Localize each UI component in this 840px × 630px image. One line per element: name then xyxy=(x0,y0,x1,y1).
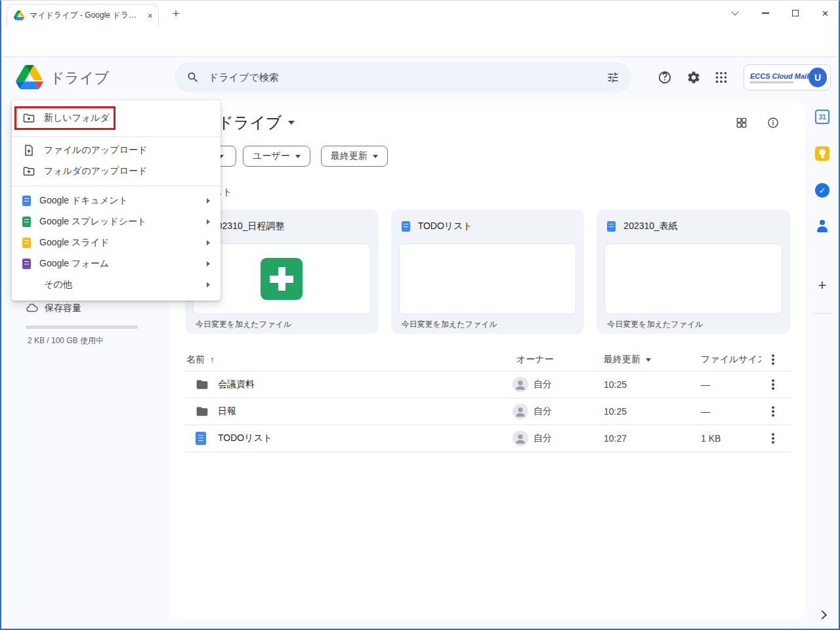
menu-item-google-sheets[interactable]: Google スプレッドシート xyxy=(12,211,220,232)
menu-item-google-docs[interactable]: Google ドキュメント xyxy=(12,190,220,211)
menu-item-label: その他 xyxy=(44,279,198,291)
docs-icon xyxy=(22,196,31,206)
menu-item-new-folder[interactable]: 新しいフォルダ xyxy=(12,104,220,133)
sheets-logo-icon xyxy=(261,258,303,300)
chevron-down-icon xyxy=(295,155,301,158)
table-row[interactable]: 会議資料 自分 10:25 — xyxy=(185,371,791,398)
file-modified: 10:25 xyxy=(604,398,627,425)
search-options-icon[interactable] xyxy=(606,71,620,84)
side-panel-divider xyxy=(813,313,831,314)
column-header-name[interactable]: 名前 ↑ xyxy=(186,348,215,371)
account-avatar[interactable]: U xyxy=(808,68,827,87)
tasks-icon[interactable]: ✓ xyxy=(814,182,830,198)
file-owner: 自分 xyxy=(513,425,552,452)
card-preview xyxy=(399,243,577,314)
details-info-icon[interactable] xyxy=(765,115,781,131)
files-table-header: 名前 ↑ オーナー 最終更新 ファイルサイズ xyxy=(185,348,791,371)
file-name: 日報 xyxy=(218,398,236,425)
menu-item-file-upload[interactable]: ファイルのアップロード xyxy=(12,140,220,161)
browser-toolbar: drive.google.com/drive/my-drive U xyxy=(1,27,839,57)
row-options-icon[interactable] xyxy=(765,371,781,398)
row-options-icon[interactable] xyxy=(765,425,781,452)
window-close-button[interactable]: × xyxy=(810,1,840,26)
submenu-arrow-icon xyxy=(207,261,210,266)
filter-chip-modified[interactable]: 最終更新 xyxy=(321,146,388,167)
sheets-icon xyxy=(22,217,31,227)
forms-icon xyxy=(22,259,31,269)
window-minimize-button[interactable] xyxy=(750,1,780,26)
menu-item-folder-upload[interactable]: フォルダのアップロード xyxy=(12,161,220,182)
filter-chip-people[interactable]: ユーザー xyxy=(243,146,310,167)
search-placeholder: ドライブで検索 xyxy=(209,72,606,84)
docs-icon xyxy=(607,221,616,232)
sort-ascending-icon: ↑ xyxy=(210,354,215,365)
suggested-card[interactable]: TODOリスト 今日変更を加えたファイル xyxy=(391,209,585,334)
drive-app: ドライブ ドライブで検索 ECCS Cloud Mail U xyxy=(1,57,840,629)
drive-logo-icon xyxy=(16,65,43,89)
storage-usage-text: 2 KB / 100 GB 使用中 xyxy=(28,335,104,346)
apps-grid-icon[interactable] xyxy=(713,70,729,85)
filter-chip-people-label: ユーザー xyxy=(253,150,290,162)
file-modified: 10:27 xyxy=(604,425,627,452)
submenu-arrow-icon xyxy=(207,240,210,245)
folder-upload-icon xyxy=(22,165,35,178)
column-header-owner[interactable]: オーナー xyxy=(516,348,554,371)
column-header-modified[interactable]: 最終更新 xyxy=(604,348,651,371)
suggested-card[interactable]: 202310_表紙 今日変更を加えたファイル xyxy=(597,209,790,334)
submenu-arrow-icon xyxy=(207,219,210,224)
chevron-down-icon xyxy=(373,155,378,158)
menu-item-label: Google スライド xyxy=(39,237,198,249)
account-badge-subtext xyxy=(750,81,793,83)
slides-icon xyxy=(22,238,31,248)
submenu-arrow-icon xyxy=(207,282,210,287)
menu-item-more[interactable]: その他 xyxy=(12,274,220,295)
owner-avatar-icon xyxy=(513,430,528,446)
table-row[interactable]: 日報 自分 10:25 — xyxy=(185,398,791,425)
menu-item-google-forms[interactable]: Google フォーム xyxy=(12,253,220,274)
search-icon xyxy=(186,71,200,84)
table-options-icon[interactable] xyxy=(765,348,781,371)
file-upload-icon xyxy=(22,144,35,157)
owner-avatar-icon xyxy=(513,377,528,392)
window-maximize-button[interactable] xyxy=(780,1,810,26)
search-input[interactable]: ドライブで検索 xyxy=(175,62,631,93)
file-owner: 自分 xyxy=(513,371,552,398)
table-row[interactable]: TODOリスト 自分 10:27 1 KB xyxy=(185,425,791,452)
file-size: — xyxy=(701,371,761,398)
account-badge-label: ECCS Cloud Mail xyxy=(750,72,808,80)
column-header-size[interactable]: ファイルサイズ xyxy=(701,348,761,371)
card-title: TODOリスト xyxy=(418,220,472,232)
card-title: 202310_日程調整 xyxy=(212,220,285,232)
keep-icon[interactable] xyxy=(814,146,830,161)
new-folder-icon xyxy=(22,112,35,125)
file-name: TODOリスト xyxy=(218,425,272,452)
settings-gear-icon[interactable] xyxy=(686,70,702,85)
grid-view-toggle-icon[interactable] xyxy=(734,115,749,131)
new-menu: 新しいフォルダ ファイルのアップロード フォルダのアップロード Google ド… xyxy=(12,100,220,301)
account-badge-logo: ECCS Cloud Mail xyxy=(750,72,808,83)
file-modified: 10:25 xyxy=(604,371,627,398)
help-icon[interactable] xyxy=(657,70,673,85)
tab-search-chevron-icon[interactable] xyxy=(723,1,747,26)
menu-item-google-slides[interactable]: Google スライド xyxy=(12,232,220,253)
calendar-icon[interactable]: 31 xyxy=(814,109,830,125)
suggested-cards: 202310_日程調整 今日変更を加えたファイル TODOリスト 今日変更を加え… xyxy=(185,209,790,334)
contacts-icon[interactable] xyxy=(814,219,830,234)
menu-item-label: 新しいフォルダ xyxy=(44,112,210,124)
card-reason: 今日変更を加えたファイル xyxy=(597,314,790,334)
docs-icon xyxy=(196,425,206,452)
new-tab-button[interactable]: + xyxy=(168,6,184,22)
browser-tab[interactable]: マイドライブ - Google ドライブ × xyxy=(7,4,159,26)
tab-close-icon[interactable]: × xyxy=(148,11,153,20)
main-panel: マイドライブ 種類 ユーザー 最終更新 サジェスト xyxy=(169,100,805,620)
get-add-ons-button[interactable]: + xyxy=(814,278,830,293)
files-table: 名前 ↑ オーナー 最終更新 ファイルサイズ 会議資料 xyxy=(185,348,791,452)
chevron-down-icon xyxy=(288,121,295,125)
menu-divider xyxy=(12,186,220,186)
folder-icon xyxy=(196,371,209,398)
hide-side-panel-chevron-icon[interactable] xyxy=(814,607,830,623)
chevron-down-icon xyxy=(646,358,651,362)
docs-icon xyxy=(402,221,410,232)
account-badge[interactable]: ECCS Cloud Mail U xyxy=(744,64,831,91)
row-options-icon[interactable] xyxy=(765,398,781,425)
